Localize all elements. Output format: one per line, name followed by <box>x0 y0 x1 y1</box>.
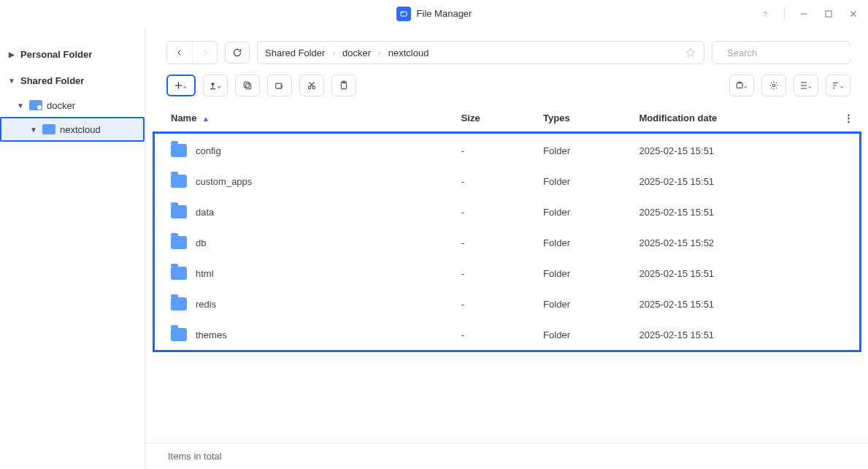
help-button[interactable]: ? <box>759 8 771 20</box>
close-button[interactable] <box>848 8 859 20</box>
file-size: - <box>456 197 537 227</box>
file-name: data <box>196 207 214 218</box>
column-size[interactable]: Size <box>456 104 537 134</box>
sort-asc-icon: ▲ <box>202 115 210 123</box>
refresh-button[interactable] <box>225 42 250 64</box>
search-box[interactable] <box>712 41 850 64</box>
breadcrumb-part[interactable]: nextcloud <box>388 47 429 58</box>
file-modified: 2025-02-15 15:51 <box>633 134 838 166</box>
table-row[interactable]: config-Folder2025-02-15 15:51 <box>155 134 859 166</box>
copy-button[interactable] <box>235 75 260 96</box>
file-type: Folder <box>537 227 633 258</box>
titlebar: File Manager ? <box>0 0 868 28</box>
chevron-down-icon: ▼ <box>16 102 25 110</box>
breadcrumb-part[interactable]: Shared Folder <box>265 47 325 58</box>
sidebar-item-nextcloud[interactable]: ▼ nextcloud <box>0 117 145 142</box>
folder-icon <box>171 267 187 280</box>
content-pane: Shared Folder › docker › nextcloud <box>146 28 868 469</box>
breadcrumb-part[interactable]: docker <box>342 47 371 58</box>
status-text: Items in total <box>168 451 222 462</box>
cut-button[interactable] <box>299 75 324 96</box>
chevron-down-icon: ▼ <box>29 126 38 134</box>
file-type: Folder <box>537 319 633 350</box>
column-modified-label: Modification date <box>639 113 717 123</box>
sidebar-item-shared[interactable]: ▼ Shared Folder <box>0 67 145 94</box>
folder-icon <box>171 328 187 341</box>
sidebar-item-label: docker <box>47 100 75 111</box>
file-modified: 2025-02-15 15:51 <box>633 197 838 227</box>
maximize-button[interactable] <box>823 8 834 20</box>
file-modified: 2025-02-15 15:51 <box>633 258 838 289</box>
chevron-right-icon: ▶ <box>7 50 16 58</box>
folder-icon <box>42 124 55 134</box>
svg-text:?: ? <box>763 10 767 18</box>
file-name: redis <box>196 299 216 310</box>
view-list-button[interactable] <box>794 75 818 96</box>
chevron-right-icon: › <box>332 48 335 57</box>
folder-icon <box>171 236 187 249</box>
tools-button[interactable] <box>729 75 754 96</box>
chevron-right-icon: › <box>378 48 381 57</box>
table-row[interactable]: redis-Folder2025-02-15 15:51 <box>155 289 859 319</box>
file-name: db <box>196 237 206 248</box>
settings-button[interactable] <box>761 75 786 96</box>
table-row[interactable]: html-Folder2025-02-15 15:51 <box>155 258 859 289</box>
sidebar-item-label: nextcloud <box>60 124 101 135</box>
minimize-button[interactable] <box>798 8 810 20</box>
file-size: - <box>456 227 537 258</box>
column-size-label: Size <box>461 113 480 123</box>
svg-rect-3 <box>826 11 831 17</box>
upload-button[interactable] <box>203 75 228 96</box>
sort-button[interactable] <box>826 75 850 96</box>
sidebar-item-label: Shared Folder <box>20 75 84 86</box>
paste-button[interactable] <box>331 75 356 96</box>
file-name: custom_apps <box>196 176 252 187</box>
file-size: - <box>456 134 537 166</box>
sidebar-item-personal[interactable]: ▶ Personal Folder <box>0 41 145 67</box>
forward-button[interactable] <box>192 42 217 64</box>
file-type: Folder <box>537 289 633 319</box>
table-row[interactable]: custom_apps-Folder2025-02-15 15:51 <box>155 166 859 197</box>
file-modified: 2025-02-15 15:51 <box>633 319 838 350</box>
breadcrumb: Shared Folder › docker › nextcloud <box>257 41 704 64</box>
column-name[interactable]: Name ▲ <box>155 104 456 134</box>
file-size: - <box>456 166 537 197</box>
search-input[interactable] <box>726 47 851 59</box>
svg-rect-11 <box>244 82 249 87</box>
sidebar-item-docker[interactable]: ▼ docker <box>0 94 145 117</box>
folder-icon <box>29 100 42 110</box>
file-type: Folder <box>537 197 633 227</box>
file-size: - <box>456 289 537 319</box>
column-types[interactable]: Types <box>537 104 633 134</box>
svg-rect-20 <box>737 83 742 88</box>
table-row[interactable]: db-Folder2025-02-15 15:52 <box>155 227 859 258</box>
divider <box>784 8 785 20</box>
status-bar: Items in total <box>146 443 868 469</box>
app-title: File Manager <box>417 8 472 19</box>
file-size: - <box>456 319 537 350</box>
column-more-button[interactable]: ⋮ <box>838 104 859 134</box>
favorite-button[interactable] <box>685 47 696 58</box>
sidebar-item-label: Personal Folder <box>20 49 92 60</box>
table-row[interactable]: data-Folder2025-02-15 15:51 <box>155 197 859 227</box>
column-modified[interactable]: Modification date <box>633 104 838 134</box>
file-name: themes <box>196 329 227 340</box>
file-size: - <box>456 258 537 289</box>
file-modified: 2025-02-15 15:51 <box>633 166 838 197</box>
chevron-down-icon: ▼ <box>7 77 16 85</box>
back-button[interactable] <box>167 42 192 64</box>
folder-icon <box>171 205 187 218</box>
file-modified: 2025-02-15 15:51 <box>633 289 838 319</box>
column-types-label: Types <box>543 113 570 123</box>
column-name-label: Name <box>171 113 196 123</box>
table-row[interactable]: themes-Folder2025-02-15 15:51 <box>155 319 859 350</box>
folder-icon <box>171 175 187 188</box>
file-type: Folder <box>537 258 633 289</box>
file-name: html <box>196 268 214 279</box>
move-button[interactable] <box>267 75 292 96</box>
app-icon <box>396 7 411 21</box>
nav-buttons <box>166 41 218 64</box>
new-button[interactable] <box>166 75 196 96</box>
folder-icon <box>171 144 187 157</box>
svg-point-21 <box>772 84 775 87</box>
